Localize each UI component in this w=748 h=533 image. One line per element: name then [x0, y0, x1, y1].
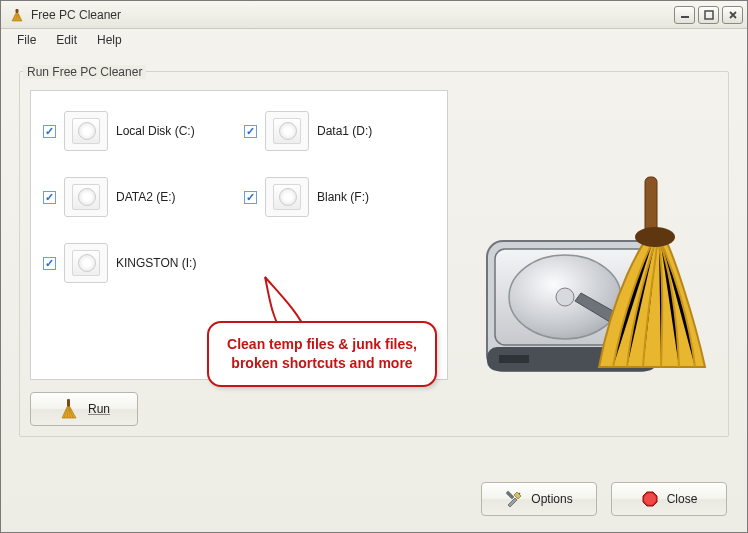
drive-checkbox[interactable]	[43, 125, 56, 138]
drive-checkbox[interactable]	[43, 191, 56, 204]
drive-label: Blank (F:)	[317, 190, 369, 204]
maximize-button[interactable]	[698, 6, 719, 24]
minimize-icon	[680, 11, 690, 19]
hard-drive-icon	[64, 243, 108, 283]
svg-point-7	[556, 288, 574, 306]
drive-checkbox[interactable]	[244, 191, 257, 204]
maximize-icon	[704, 10, 714, 20]
drive-item: DATA2 (E:)	[43, 177, 234, 217]
options-button-label: Options	[531, 492, 572, 506]
drive-item: KINGSTON (I:)	[43, 243, 234, 283]
app-window: Free PC Cleaner File Edit Help Run Free …	[0, 0, 748, 533]
hard-drive-icon	[64, 111, 108, 151]
svg-rect-1	[681, 16, 689, 18]
menu-edit[interactable]: Edit	[46, 30, 87, 50]
drive-item: Data1 (D:)	[244, 111, 435, 151]
svg-rect-3	[67, 399, 70, 407]
stop-icon	[641, 490, 659, 508]
close-icon	[728, 10, 738, 20]
content-area: Run Free PC Cleaner Local Disk (C:)Data1…	[1, 51, 747, 470]
window-title: Free PC Cleaner	[31, 8, 674, 22]
drive-checkbox[interactable]	[43, 257, 56, 270]
close-app-button-label: Close	[667, 492, 698, 506]
broom-icon	[58, 398, 80, 420]
close-app-button[interactable]: Close	[611, 482, 727, 516]
group-label: Run Free PC Cleaner	[23, 65, 146, 79]
svg-point-13	[635, 227, 675, 247]
drive-label: DATA2 (E:)	[116, 190, 176, 204]
callout-bubble: Clean temp files & junk files, broken sh…	[207, 321, 437, 387]
run-button[interactable]: Run	[30, 392, 138, 426]
window-controls	[674, 6, 743, 24]
drives-panel: Local Disk (C:)Data1 (D:)DATA2 (E:)Blank…	[30, 90, 448, 380]
titlebar: Free PC Cleaner	[1, 1, 747, 29]
hard-drive-icon	[265, 111, 309, 151]
close-button[interactable]	[722, 6, 743, 24]
menu-help[interactable]: Help	[87, 30, 132, 50]
drive-checkbox[interactable]	[244, 125, 257, 138]
hard-drive-icon	[265, 177, 309, 217]
menu-file[interactable]: File	[7, 30, 46, 50]
tools-icon	[505, 490, 523, 508]
drive-label: Local Disk (C:)	[116, 124, 195, 138]
drive-label: Data1 (D:)	[317, 124, 372, 138]
menubar: File Edit Help	[1, 29, 747, 51]
svg-rect-2	[705, 11, 713, 19]
drive-item: Blank (F:)	[244, 177, 435, 217]
minimize-button[interactable]	[674, 6, 695, 24]
callout-text: Clean temp files & junk files, broken sh…	[227, 336, 417, 371]
hero-illustration	[473, 171, 713, 411]
app-icon	[9, 7, 25, 23]
footer: Options Close	[1, 470, 747, 532]
run-button-label: Run	[88, 402, 110, 416]
drive-item: Local Disk (C:)	[43, 111, 234, 151]
svg-rect-11	[499, 355, 529, 363]
hard-drive-icon	[64, 177, 108, 217]
drive-label: KINGSTON (I:)	[116, 256, 196, 270]
svg-rect-0	[16, 9, 19, 13]
options-button[interactable]: Options	[481, 482, 597, 516]
